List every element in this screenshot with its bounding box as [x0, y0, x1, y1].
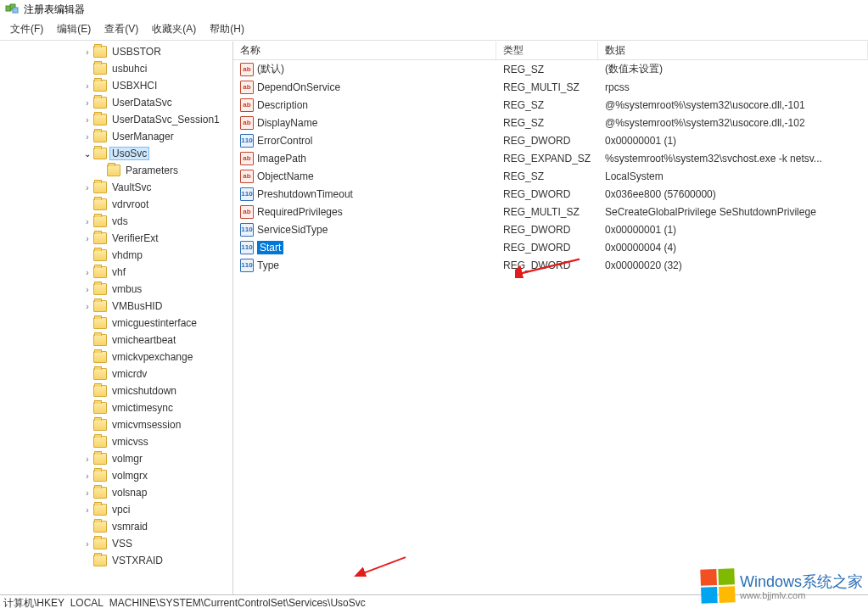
value-type: REG_SZ	[496, 117, 598, 129]
tree-item[interactable]: vmicheartbeat	[0, 332, 232, 349]
tree-item[interactable]: vmicvmsession	[0, 416, 232, 433]
tree-item[interactable]: vmicvss	[0, 433, 232, 450]
list-pane[interactable]: 名称 类型 数据 ab(默认)REG_SZ(数值未设置)abDependOnSe…	[233, 42, 868, 594]
value-name: PreshutdownTimeout	[257, 188, 353, 200]
tree-item[interactable]: vmicrdv	[0, 365, 232, 382]
tree-item[interactable]: Parameters	[0, 162, 232, 179]
tree-item-label: Parameters	[124, 165, 180, 176]
tree-item[interactable]: ›UserDataSvc_Session1	[0, 111, 232, 128]
value-row[interactable]: 110ServiceSidTypeREG_DWORD0x00000001 (1)	[233, 220, 868, 238]
folder-icon	[93, 334, 107, 346]
tree-item[interactable]: VSTXRAID	[0, 552, 232, 569]
chevron-right-icon[interactable]: ›	[81, 488, 93, 498]
tree-item[interactable]: ⌄UsoSvc	[0, 145, 232, 162]
value-row[interactable]: abObjectNameREG_SZLocalSystem	[233, 167, 868, 185]
menu-view[interactable]: 查看(V)	[99, 20, 143, 38]
tree-item[interactable]: ›vhf	[0, 264, 232, 281]
folder-icon	[93, 198, 107, 210]
folder-icon	[93, 63, 107, 75]
tree-item[interactable]: ›vpci	[0, 501, 232, 518]
column-header-type[interactable]: 类型	[496, 42, 598, 59]
tree-item-label: UserManager	[110, 131, 176, 142]
tree-item[interactable]: ›USBSTOR	[0, 43, 232, 60]
tree-item[interactable]: ›VaultSvc	[0, 179, 232, 196]
tree-item[interactable]: ›VerifierExt	[0, 230, 232, 247]
tree-item[interactable]: vmicguestinterface	[0, 315, 232, 332]
value-row[interactable]: abRequiredPrivilegesREG_MULTI_SZSeCreate…	[233, 203, 868, 220]
binary-value-icon: 110	[240, 259, 254, 272]
value-name: Type	[257, 259, 279, 271]
value-row[interactable]: abImagePathREG_EXPAND_SZ%systemroot%\sys…	[233, 149, 868, 167]
tree-item[interactable]: ›volmgrx	[0, 467, 232, 484]
chevron-right-icon[interactable]: ›	[81, 115, 93, 125]
value-type: REG_DWORD	[496, 224, 598, 236]
app-icon	[5, 2, 19, 18]
tree-item[interactable]: vmickvpexchange	[0, 349, 232, 365]
chevron-right-icon[interactable]: ›	[81, 183, 93, 192]
tree-item[interactable]: ›vds	[0, 213, 232, 230]
chevron-right-icon[interactable]: ›	[81, 302, 93, 311]
tree-item[interactable]: vhdmp	[0, 247, 232, 264]
tree-item[interactable]: vmictimesync	[0, 399, 232, 416]
tree-item-label: UserDataSvc_Session1	[110, 114, 221, 126]
folder-icon	[93, 300, 107, 312]
binary-value-icon: 110	[240, 223, 254, 237]
menu-edit[interactable]: 编辑(E)	[52, 20, 96, 38]
value-data: 0x00000001 (1)	[598, 224, 868, 236]
tree-item[interactable]: ›vmbus	[0, 281, 232, 298]
chevron-right-icon[interactable]: ›	[81, 98, 93, 108]
tree-item[interactable]: ›UserManager	[0, 128, 232, 145]
tree-item-label: volsnap	[110, 487, 148, 499]
chevron-right-icon[interactable]: ›	[81, 81, 93, 91]
chevron-right-icon[interactable]: ›	[81, 217, 93, 226]
folder-icon	[93, 555, 107, 566]
value-row[interactable]: 110PreshutdownTimeoutREG_DWORD0x036ee800…	[233, 185, 868, 203]
value-data: rpcss	[598, 81, 868, 93]
chevron-right-icon[interactable]: ›	[81, 47, 93, 57]
tree-item[interactable]: ›UserDataSvc	[0, 94, 232, 111]
tree-item[interactable]: usbuhci	[0, 60, 232, 77]
tree-item[interactable]: vmicshutdown	[0, 382, 232, 399]
value-data: (数值未设置)	[598, 62, 868, 76]
tree-pane[interactable]: ›USBSTORusbuhci›USBXHCI›UserDataSvc›User…	[0, 42, 233, 594]
tree-item-label: VSTXRAID	[110, 555, 165, 566]
chevron-right-icon[interactable]: ›	[81, 539, 93, 549]
value-row[interactable]: 110ErrorControlREG_DWORD0x00000001 (1)	[233, 131, 868, 149]
tree-item[interactable]: ›volsnap	[0, 484, 232, 501]
menu-help[interactable]: 帮助(H)	[204, 20, 249, 38]
value-type: REG_EXPAND_SZ	[496, 153, 598, 165]
menu-favorites[interactable]: 收藏夹(A)	[147, 20, 201, 38]
value-row[interactable]: abDependOnServiceREG_MULTI_SZrpcss	[233, 78, 868, 96]
tree-item-label: UsoSvc	[110, 148, 148, 159]
tree-item-label: volmgr	[110, 453, 144, 465]
chevron-right-icon[interactable]: ›	[81, 471, 93, 481]
tree-item[interactable]: ›USBXHCI	[0, 77, 232, 94]
tree-item[interactable]: ›VSS	[0, 535, 232, 552]
tree-item-label: vmicvmsession	[110, 419, 182, 431]
tree-item[interactable]: ›volmgr	[0, 450, 232, 467]
column-header-data[interactable]: 数据	[598, 42, 868, 59]
tree-item-label: vmicheartbeat	[110, 334, 177, 346]
tree-item[interactable]: ›VMBusHID	[0, 298, 232, 315]
value-row[interactable]: 110TypeREG_DWORD0x00000020 (32)	[233, 256, 868, 274]
value-row[interactable]: ab(默认)REG_SZ(数值未设置)	[233, 60, 868, 78]
column-header-name[interactable]: 名称	[233, 42, 496, 59]
tree-item-label: USBXHCI	[110, 80, 159, 92]
value-row[interactable]: abDisplayNameREG_SZ@%systemroot%\system3…	[233, 114, 868, 131]
chevron-right-icon[interactable]: ›	[81, 268, 93, 277]
chevron-right-icon[interactable]: ›	[81, 234, 93, 243]
chevron-down-icon[interactable]: ⌄	[81, 149, 93, 159]
tree-item[interactable]: vsmraid	[0, 518, 232, 535]
value-type: REG_DWORD	[496, 188, 598, 200]
chevron-right-icon[interactable]: ›	[81, 285, 93, 294]
value-row[interactable]: 110StartREG_DWORD0x00000004 (4)	[233, 238, 868, 256]
menu-file[interactable]: 文件(F)	[5, 20, 48, 38]
tree-item[interactable]: vdrvroot	[0, 196, 232, 213]
chevron-right-icon[interactable]: ›	[81, 455, 93, 464]
value-data: 0x00000001 (1)	[598, 135, 868, 147]
chevron-right-icon[interactable]: ›	[81, 132, 93, 142]
value-list: ab(默认)REG_SZ(数值未设置)abDependOnServiceREG_…	[233, 60, 868, 274]
folder-icon	[93, 487, 107, 499]
value-row[interactable]: abDescriptionREG_SZ@%systemroot%\system3…	[233, 96, 868, 114]
chevron-right-icon[interactable]: ›	[81, 505, 93, 515]
